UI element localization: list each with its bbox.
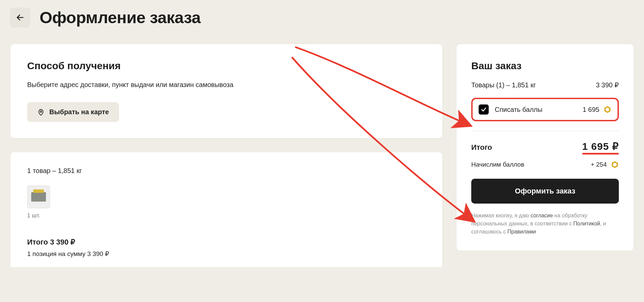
page-header: Оформление заказа bbox=[10, 7, 634, 28]
items-meta: 1 товар – 1,851 кг bbox=[27, 167, 426, 175]
bonus-value: + 254 bbox=[591, 161, 607, 168]
total-underline-annotation bbox=[582, 153, 619, 155]
back-button[interactable] bbox=[10, 7, 30, 28]
items-total-value: 3 390 ₽ bbox=[50, 238, 75, 246]
product-qty: 1 шт. bbox=[27, 212, 426, 219]
delivery-card: Способ получения Выберите адрес доставки… bbox=[10, 44, 443, 138]
product-thumbnail[interactable] bbox=[27, 185, 50, 208]
map-pin-icon bbox=[37, 109, 45, 116]
legal-text: Нажимая кнопку, я даю согласие на обрабо… bbox=[471, 212, 619, 236]
items-total: Итого 3 390 ₽ bbox=[27, 238, 426, 247]
order-title: Ваш заказ bbox=[471, 60, 619, 72]
choose-on-map-label: Выбрать на карте bbox=[49, 108, 109, 116]
order-total-label: Итого bbox=[471, 143, 492, 152]
redeem-points-checkbox[interactable] bbox=[479, 104, 489, 115]
redeem-points-value: 1 695 bbox=[583, 106, 599, 114]
divider bbox=[471, 131, 619, 131]
bonus-row: Начислим баллов + 254 bbox=[471, 161, 619, 169]
arrow-left-icon bbox=[16, 13, 24, 22]
order-goods-label: Товары (1) – 1,851 кг bbox=[471, 81, 536, 89]
consent-link[interactable]: согласие bbox=[531, 213, 553, 218]
order-total-value: 1 695 ₽ bbox=[582, 141, 619, 152]
legal-part: Нажимая кнопку, я даю bbox=[471, 213, 531, 218]
redeem-points-box: Списать баллы 1 695 bbox=[471, 98, 619, 121]
items-card: 1 товар – 1,851 кг 1 шт. Итого 3 390 ₽ 1… bbox=[10, 152, 443, 267]
rules-link[interactable]: Правилами bbox=[507, 229, 536, 234]
order-summary-card: Ваш заказ Товары (1) – 1,851 кг 3 390 ₽ … bbox=[456, 44, 634, 251]
order-goods-line: Товары (1) – 1,851 кг 3 390 ₽ bbox=[471, 81, 619, 89]
order-total-row: Итого 1 695 ₽ bbox=[471, 140, 619, 155]
coin-icon bbox=[603, 105, 611, 114]
submit-order-button[interactable]: Оформить заказ bbox=[471, 179, 619, 204]
check-icon bbox=[481, 106, 487, 113]
bonus-label: Начислим баллов bbox=[471, 161, 524, 168]
items-total-label: Итого bbox=[27, 238, 50, 246]
policy-link[interactable]: Политикой bbox=[573, 221, 600, 226]
page-title: Оформление заказа bbox=[40, 8, 201, 27]
items-positions: 1 позиция на сумму 3 390 ₽ bbox=[27, 250, 426, 258]
delivery-subtitle: Выберите адрес доставки, пункт выдачи ил… bbox=[27, 81, 426, 89]
choose-on-map-button[interactable]: Выбрать на карте bbox=[27, 102, 119, 122]
order-goods-value: 3 390 ₽ bbox=[596, 81, 619, 89]
coin-icon bbox=[611, 161, 619, 169]
delivery-title: Способ получения bbox=[27, 60, 426, 72]
redeem-points-label: Списать баллы bbox=[495, 106, 542, 114]
svg-point-1 bbox=[40, 111, 42, 112]
